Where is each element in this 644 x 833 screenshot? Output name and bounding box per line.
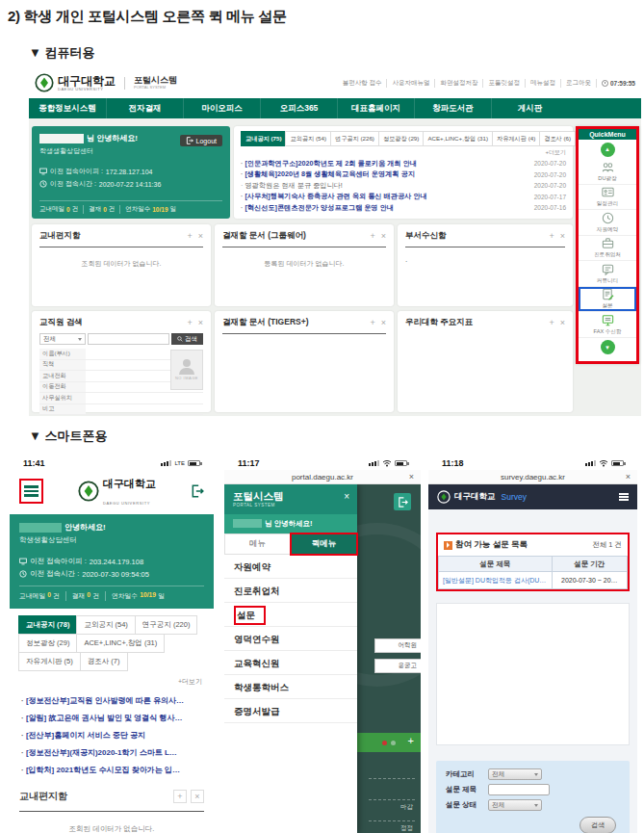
nav-homepage[interactable]: 대표홈페이지 [337, 98, 414, 118]
tab-family-events[interactable]: 경조사 (7) [80, 652, 128, 671]
tab-external-notice[interactable]: 교외공지 (54) [285, 131, 330, 146]
nav-my-office[interactable]: 마이오피스 [183, 98, 260, 118]
link-save-screen[interactable]: 화면설정저장 [435, 79, 483, 88]
drawer-item-yeongdeok-center[interactable]: 영덕연수원 [224, 627, 357, 651]
category-label: 카테고리 [446, 769, 482, 779]
hamburger-menu-icon[interactable] [619, 492, 629, 503]
survey-status-select[interactable]: 전체 [488, 799, 542, 811]
quickmenu-item-survey[interactable]: 설문 [579, 287, 636, 313]
tab-external-notice[interactable]: 교외공지 (54) [76, 615, 135, 635]
widget-add-button[interactable]: + [408, 735, 414, 746]
tab-campus-notice[interactable]: 교내공지 (75) [241, 131, 286, 146]
nav-library[interactable]: 창파도서관 [414, 98, 491, 118]
more-link[interactable]: +더보기 [10, 671, 214, 687]
drawer-close-icon[interactable]: × [344, 491, 349, 502]
browser-url-bar[interactable]: portal.daegu.ac.kr × [224, 470, 421, 484]
link-feedback[interactable]: 불편사항 접수 [338, 79, 388, 88]
search-button[interactable]: 검색 [580, 817, 616, 833]
university-logo[interactable]: 대구대학교 DAEGU UNIVERSITY 포털시스템 PORTAL SYST… [35, 73, 177, 92]
more-link[interactable]: +더보기 [241, 148, 566, 157]
leave-count[interactable]: 연차일수10/19일 [120, 205, 181, 214]
tab-free-board[interactable]: 자유게시판 (4) [492, 131, 540, 146]
nav-office365[interactable]: 오피스365 [260, 98, 337, 118]
staff-search-button[interactable]: 검색 [171, 333, 203, 345]
tab-free-board[interactable]: 자유게시판 (5) [18, 652, 81, 671]
approval-count[interactable]: 결재0건 [66, 591, 106, 601]
nav-board[interactable]: 게시판 [491, 98, 568, 118]
logout-icon[interactable] [394, 493, 411, 510]
drawer-item-commuter-bus[interactable]: 학생통학버스 [224, 675, 357, 699]
quickmenu-item-fax-inbox[interactable]: FAX 수신함 [579, 312, 636, 338]
widget-add-button[interactable]: + [370, 318, 374, 327]
tab-quickmenu-red-annotation[interactable]: 퀵메뉴 [291, 534, 357, 555]
logout-icon[interactable] [191, 484, 204, 498]
widget-add-button[interactable]: + [549, 318, 554, 327]
link-manual[interactable]: 사용자매뉴얼 [387, 79, 435, 88]
survey-link[interactable]: [일반설문] DU학업적응 검사(DU… [439, 572, 553, 589]
page-title: 2) 학생 개인 포털시스템 오른쪽 퀵 메뉴 설문 [8, 8, 287, 26]
tab-ace-linc[interactable]: ACE+,LINC+,창업 (31) [423, 131, 493, 146]
tab-research-notice[interactable]: 연구공지 (220) [135, 615, 198, 635]
carousel-dot[interactable] [391, 741, 396, 745]
widget-close-button[interactable]: × [560, 231, 565, 241]
app-name: Survey [502, 492, 527, 502]
tab-campus-notice[interactable]: 교내공지 (78) [18, 615, 77, 635]
approval-count[interactable]: 결재0건 [84, 205, 120, 214]
widget-add-button[interactable]: + [549, 231, 554, 241]
drawer-item-resource-reservation[interactable]: 자원예약 [224, 555, 357, 579]
widget-close-button[interactable]: × [191, 790, 204, 803]
widget-add-button[interactable]: + [173, 790, 187, 803]
close-icon[interactable]: × [409, 472, 414, 482]
drawer-item-survey[interactable]: 설문 [224, 603, 357, 627]
quickmenu-item-resource-reservation[interactable]: 자원예약 [579, 210, 636, 236]
notice-row: [사무처]행복기숙사 증축공사 관련 옥외 통신 배관공사 안내2020-07-… [241, 192, 566, 201]
notice-row[interactable]: [전산부]홈페이지 서비스 중단 공지 [21, 730, 202, 741]
logout-button[interactable]: Logout [180, 135, 222, 146]
category-select[interactable]: 전체 [488, 768, 542, 780]
carousel-dot-active[interactable] [382, 741, 387, 745]
notice-row[interactable]: [알림] 故고은애 권사님 발인 및 영결식 행사… [21, 713, 202, 723]
tab-research-notice[interactable]: 연구공지 (226) [330, 131, 379, 146]
quickmenu-item-schedule[interactable]: 일정관리 [579, 185, 636, 211]
close-icon[interactable]: × [626, 472, 631, 482]
survey-title-input[interactable] [488, 784, 550, 795]
staff-filter-select[interactable]: 전체 [39, 333, 86, 345]
quickmenu-item-du-plaza[interactable]: DU광장 [579, 159, 636, 185]
drawer-item-career-office[interactable]: 진로취업처 [224, 579, 357, 603]
drawer-item-certificate-issue[interactable]: 증명서발급 [224, 699, 357, 723]
tab-family-events[interactable]: 경조사 (6) [539, 131, 576, 146]
status-time: 11:18 [442, 458, 464, 468]
tab-menu[interactable]: 메뉴 [224, 534, 291, 555]
link-portlet-settings[interactable]: 포틀릿설정 [483, 79, 526, 88]
notice-row[interactable]: [정보전산부](재공지)2020-1학기 스마트 L… [21, 747, 202, 758]
tab-info-plaza[interactable]: 정보광장 (29) [18, 634, 77, 653]
browser-url-bar[interactable]: survey.daegu.ac.kr × [428, 470, 637, 484]
widget-close-button[interactable]: × [560, 318, 565, 327]
quickmenu-scroll-up-button[interactable]: ▲ [601, 143, 615, 157]
notice-row[interactable]: [정보전산부]교직원 인사발령에 따른 유의사… [21, 695, 202, 706]
tab-ace-linc[interactable]: ACE+,LINC+,창업 (31) [76, 634, 165, 653]
link-logout[interactable]: 로그아웃 [561, 79, 597, 88]
widget-add-button[interactable]: + [187, 231, 192, 241]
widget-close-button[interactable]: × [198, 231, 203, 241]
nav-integrated-info[interactable]: 종합정보시스템 [29, 98, 106, 118]
mail-count[interactable]: 교내메일0건 [19, 591, 66, 601]
widget-close-button[interactable]: × [381, 231, 386, 241]
widget-close-button[interactable]: × [198, 318, 203, 327]
tab-info-plaza[interactable]: 정보광장 (29) [378, 131, 424, 146]
widget-add-button[interactable]: + [370, 231, 374, 241]
quickmenu-item-career-office[interactable]: 진로취업처 [579, 236, 636, 262]
drawer-item-education-innovation[interactable]: 교육혁신원 [224, 651, 357, 675]
link-menu-settings[interactable]: 메뉴설정 [526, 79, 561, 88]
leave-count[interactable]: 연차일수10/19일 [106, 591, 170, 601]
hamburger-menu-icon[interactable] [24, 485, 39, 497]
staff-search-input[interactable] [88, 333, 169, 345]
quickmenu-item-community[interactable]: 커뮤니티 [579, 261, 636, 287]
mail-count[interactable]: 교내메일0건 [39, 205, 84, 214]
notice-row[interactable]: [입학처] 2021학년도 수시모집 찾아가는 입… [21, 765, 202, 775]
widget-add-button[interactable]: + [187, 318, 192, 327]
nav-e-approval[interactable]: 전자결재 [106, 98, 183, 118]
widget-close-button[interactable]: × [381, 318, 386, 327]
quickmenu-scroll-down-button[interactable]: ▼ [601, 340, 615, 354]
utility-links: 불편사항 접수 사용자매뉴얼 화면설정저장 포틀릿설정 메뉴설정 로그아웃 07… [338, 79, 635, 88]
